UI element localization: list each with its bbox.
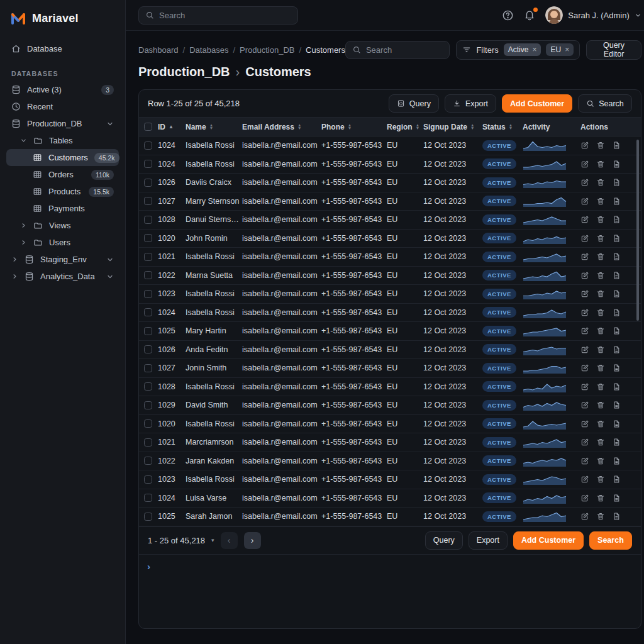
sidebar-item-active[interactable]: Active (3) 3 bbox=[6, 81, 119, 98]
document-icon[interactable] bbox=[612, 234, 621, 243]
edit-icon[interactable] bbox=[580, 289, 589, 298]
delete-icon[interactable] bbox=[596, 401, 605, 409]
row-checkbox[interactable] bbox=[144, 419, 152, 428]
document-icon[interactable] bbox=[612, 382, 621, 391]
next-page-button[interactable]: › bbox=[244, 532, 261, 549]
document-icon[interactable] bbox=[612, 252, 621, 261]
column-header-signup-date[interactable]: Signup Date ▲▼ bbox=[423, 123, 482, 131]
delete-icon[interactable] bbox=[596, 234, 605, 243]
edit-icon[interactable] bbox=[580, 252, 589, 261]
sidebar-item-payments[interactable]: Payments bbox=[6, 200, 119, 217]
row-checkbox[interactable] bbox=[144, 308, 152, 316]
edit-icon[interactable] bbox=[580, 475, 589, 484]
delete-icon[interactable] bbox=[596, 160, 605, 169]
table-search[interactable] bbox=[345, 41, 450, 59]
column-header-region[interactable]: Region ▲▼ bbox=[387, 123, 423, 131]
sidebar-item-views[interactable]: Views bbox=[6, 217, 119, 234]
sidebar-item-users[interactable]: Users bbox=[6, 234, 119, 251]
column-header-id[interactable]: ID ▲ bbox=[158, 123, 186, 131]
search-button-footer[interactable]: Search bbox=[589, 531, 632, 550]
edit-icon[interactable] bbox=[580, 345, 589, 354]
delete-icon[interactable] bbox=[596, 308, 605, 317]
row-checkbox[interactable] bbox=[144, 457, 152, 465]
edit-icon[interactable] bbox=[580, 160, 589, 169]
table-row[interactable]: 1023 Isabella Rossi isabella.r@email.com… bbox=[139, 285, 641, 304]
table-row[interactable]: 1024 Isabella Rossi isabella.r@email.com… bbox=[139, 304, 641, 323]
table-row[interactable]: 1026 Anda Feditn isabella.r@email.com +1… bbox=[139, 341, 641, 360]
edit-icon[interactable] bbox=[580, 382, 589, 391]
document-icon[interactable] bbox=[612, 438, 621, 447]
close-icon[interactable]: × bbox=[565, 45, 569, 54]
table-row[interactable]: 1028 Isabella Rossi isabella.r@email.com… bbox=[139, 378, 641, 397]
sidebar-item-tables[interactable]: Tables bbox=[6, 132, 119, 149]
delete-icon[interactable] bbox=[596, 364, 605, 372]
prev-page-button[interactable]: ‹ bbox=[221, 532, 238, 549]
document-icon[interactable] bbox=[612, 512, 621, 521]
row-checkbox[interactable] bbox=[144, 382, 152, 391]
edit-icon[interactable] bbox=[580, 215, 589, 224]
table-scrollbar[interactable] bbox=[636, 140, 639, 321]
edit-icon[interactable] bbox=[580, 234, 589, 243]
delete-icon[interactable] bbox=[596, 438, 605, 447]
search-button[interactable]: Search bbox=[578, 94, 632, 113]
export-button[interactable]: Export bbox=[445, 94, 496, 113]
export-button-footer[interactable]: Export bbox=[469, 531, 508, 550]
edit-icon[interactable] bbox=[580, 197, 589, 206]
document-icon[interactable] bbox=[612, 401, 621, 409]
help-icon[interactable] bbox=[502, 9, 514, 21]
column-header-status[interactable]: Status ▲▼ bbox=[482, 123, 523, 131]
table-row[interactable]: 1027 Jonin Smith isabella.r@email.com +1… bbox=[139, 359, 641, 378]
close-icon[interactable]: × bbox=[532, 45, 536, 54]
sidebar-item-products[interactable]: Products 15.5k bbox=[6, 183, 119, 200]
table-search-input[interactable] bbox=[366, 45, 443, 55]
edit-icon[interactable] bbox=[580, 494, 589, 502]
edit-icon[interactable] bbox=[580, 438, 589, 447]
document-icon[interactable] bbox=[612, 197, 621, 206]
sidebar-item-database[interactable]: Database bbox=[6, 40, 119, 57]
document-icon[interactable] bbox=[612, 215, 621, 224]
delete-icon[interactable] bbox=[596, 382, 605, 391]
edit-icon[interactable] bbox=[580, 419, 589, 428]
sidebar-item-recent[interactable]: Recent bbox=[6, 98, 119, 115]
edit-icon[interactable] bbox=[580, 178, 589, 187]
row-checkbox[interactable] bbox=[144, 290, 152, 298]
table-row[interactable]: 1029 David Smith isabella.r@email.com +1… bbox=[139, 396, 641, 415]
delete-icon[interactable] bbox=[596, 494, 605, 502]
sidebar-item-customers[interactable]: Customers 45.2k bbox=[6, 149, 119, 166]
breadcrumb-production-db[interactable]: Production_DB bbox=[240, 45, 294, 55]
user-menu[interactable]: Sarah J. (Admin) bbox=[545, 6, 641, 24]
edit-icon[interactable] bbox=[580, 512, 589, 521]
chevron-down-icon[interactable] bbox=[106, 273, 114, 280]
document-icon[interactable] bbox=[612, 345, 621, 354]
row-checkbox[interactable] bbox=[144, 494, 152, 502]
delete-icon[interactable] bbox=[596, 215, 605, 224]
edit-icon[interactable] bbox=[580, 326, 589, 335]
column-header-phone[interactable]: Phone ▲▼ bbox=[321, 123, 387, 131]
table-row[interactable]: 1021 Isabella Rossi isabella.r@email.com… bbox=[139, 248, 641, 267]
row-checkbox[interactable] bbox=[144, 197, 152, 205]
breadcrumb-dashboard[interactable]: Dashboard bbox=[138, 45, 179, 55]
edit-icon[interactable] bbox=[580, 308, 589, 317]
document-icon[interactable] bbox=[612, 475, 621, 484]
breadcrumb-customers[interactable]: Customers bbox=[306, 45, 345, 55]
table-row[interactable]: 1025 Sarah Jamon isabella.r@email.com +1… bbox=[139, 508, 641, 526]
row-checkbox[interactable] bbox=[144, 271, 152, 279]
document-icon[interactable] bbox=[612, 494, 621, 502]
notifications-bell-icon[interactable] bbox=[524, 9, 535, 21]
document-icon[interactable] bbox=[612, 141, 621, 150]
table-row[interactable]: 1024 Isabella Rossi isabella.r@email.com… bbox=[139, 155, 641, 174]
global-search[interactable] bbox=[138, 6, 298, 25]
row-checkbox[interactable] bbox=[144, 142, 152, 150]
delete-icon[interactable] bbox=[596, 141, 605, 150]
document-icon[interactable] bbox=[612, 326, 621, 335]
add-customer-button-footer[interactable]: Add Customer bbox=[513, 531, 584, 550]
row-checkbox[interactable] bbox=[144, 216, 152, 224]
delete-icon[interactable] bbox=[596, 289, 605, 298]
delete-icon[interactable] bbox=[596, 271, 605, 280]
row-checkbox[interactable] bbox=[144, 253, 152, 261]
chevron-down-icon[interactable] bbox=[106, 120, 114, 128]
chevron-down-icon[interactable] bbox=[106, 256, 114, 264]
delete-icon[interactable] bbox=[596, 512, 605, 521]
query-editor-button[interactable]: Query Editor bbox=[586, 40, 641, 60]
edit-icon[interactable] bbox=[580, 401, 589, 409]
